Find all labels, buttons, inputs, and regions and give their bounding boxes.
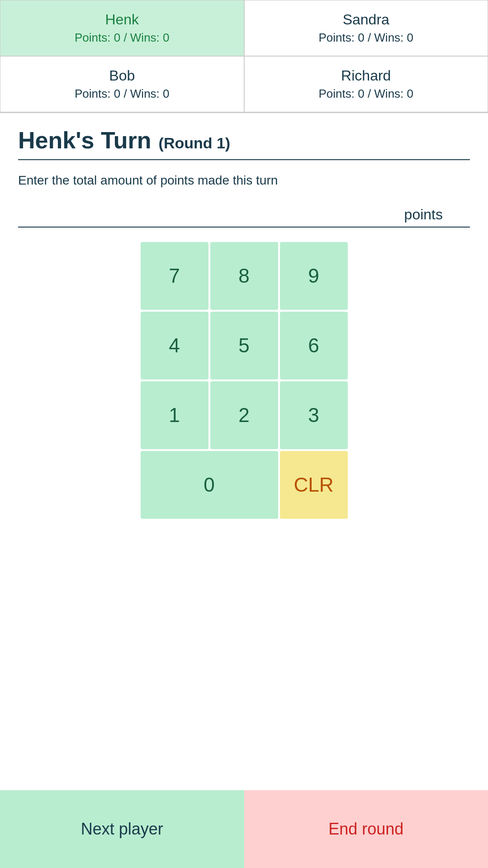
player-card-sandra: Sandra Points: 0 / Wins: 0 xyxy=(244,0,488,56)
player-name-sandra: Sandra xyxy=(252,11,481,28)
player-card-henk: Henk Points: 0 / Wins: 0 xyxy=(0,0,244,56)
numpad-btn-8[interactable]: 8 xyxy=(210,242,278,310)
player-name-henk: Henk xyxy=(8,11,237,28)
next-player-button[interactable]: Next player xyxy=(0,790,244,868)
turn-header: Henk's Turn (Round 1) xyxy=(18,127,470,160)
points-unit-label: points xyxy=(404,206,443,223)
round-label: (Round 1) xyxy=(159,134,231,152)
bottom-bar: Next player End round xyxy=(0,790,488,868)
player-card-bob: Bob Points: 0 / Wins: 0 xyxy=(0,56,244,112)
players-grid: Henk Points: 0 / Wins: 0 Sandra Points: … xyxy=(0,0,488,113)
numpad-btn-3[interactable]: 3 xyxy=(280,381,348,449)
numpad-btn-7[interactable]: 7 xyxy=(141,242,208,310)
player-stats-henk: Points: 0 / Wins: 0 xyxy=(8,31,237,45)
numpad-btn-clr[interactable]: CLR xyxy=(280,451,348,519)
numpad-btn-0[interactable]: 0 xyxy=(141,451,278,519)
numpad-btn-1[interactable]: 1 xyxy=(141,381,208,449)
numpad-btn-4[interactable]: 4 xyxy=(141,312,208,379)
numpad-btn-2[interactable]: 2 xyxy=(210,381,278,449)
player-name-richard: Richard xyxy=(252,67,481,84)
main-content: Henk's Turn (Round 1) Enter the total am… xyxy=(0,113,488,790)
end-round-button[interactable]: End round xyxy=(244,790,488,868)
player-stats-sandra: Points: 0 / Wins: 0 xyxy=(252,31,481,45)
points-input-row: points xyxy=(18,206,470,228)
numpad-btn-5[interactable]: 5 xyxy=(210,312,278,379)
player-stats-richard: Points: 0 / Wins: 0 xyxy=(252,87,481,101)
turn-title: Henk's Turn xyxy=(18,127,152,154)
player-card-richard: Richard Points: 0 / Wins: 0 xyxy=(244,56,488,112)
player-name-bob: Bob xyxy=(8,67,237,84)
player-stats-bob: Points: 0 / Wins: 0 xyxy=(8,87,237,101)
numpad-btn-6[interactable]: 6 xyxy=(280,312,348,379)
numpad-btn-9[interactable]: 9 xyxy=(280,242,348,310)
numpad: 7 8 9 4 5 6 1 2 3 0 CLR xyxy=(18,242,470,519)
instructions-text: Enter the total amount of points made th… xyxy=(18,171,470,190)
